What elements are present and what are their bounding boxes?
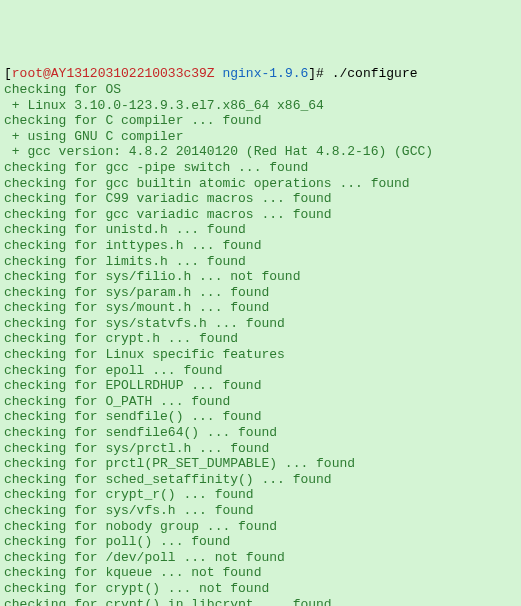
terminal-output-line: checking for gcc builtin atomic operatio… [4,176,517,192]
terminal-output-line: checking for sendfile() ... found [4,409,517,425]
terminal-output-line: checking for Linux specific features [4,347,517,363]
terminal-output-line: checking for O_PATH ... found [4,394,517,410]
terminal-output-line: checking for OS [4,82,517,98]
terminal-prompt-line: [root@AY131203102210033c39Z nginx-1.9.6]… [4,66,517,82]
terminal-output-line: checking for EPOLLRDHUP ... found [4,378,517,394]
terminal-output-line: checking for sys/param.h ... found [4,285,517,301]
terminal-output-line: checking for crypt.h ... found [4,331,517,347]
prompt-close-bracket: ]# [308,66,331,81]
terminal-output-line: checking for crypt() ... not found [4,581,517,597]
terminal-output-line: checking for poll() ... found [4,534,517,550]
terminal-output-line: checking for sys/statvfs.h ... found [4,316,517,332]
terminal-output-line: + gcc version: 4.8.2 20140120 (Red Hat 4… [4,144,517,160]
terminal-output-line: checking for sched_setaffinity() ... fou… [4,472,517,488]
terminal-output-line: checking for sys/filio.h ... not found [4,269,517,285]
terminal-output-line: checking for limits.h ... found [4,254,517,270]
terminal-output-line: + Linux 3.10.0-123.9.3.el7.x86_64 x86_64 [4,98,517,114]
terminal-output-line: checking for gcc -pipe switch ... found [4,160,517,176]
terminal-output-line: checking for sys/mount.h ... found [4,300,517,316]
terminal-output-line: checking for kqueue ... not found [4,565,517,581]
terminal-output-line: checking for unistd.h ... found [4,222,517,238]
prompt-open-bracket: [ [4,66,12,81]
terminal-output-line: checking for inttypes.h ... found [4,238,517,254]
terminal-output-line: checking for crypt_r() ... found [4,487,517,503]
prompt-user-host: root@AY131203102210033c39Z [12,66,215,81]
terminal-output: checking for OS + Linux 3.10.0-123.9.3.e… [4,82,517,606]
terminal-output-line: checking for sendfile64() ... found [4,425,517,441]
terminal-output-line: checking for sys/vfs.h ... found [4,503,517,519]
terminal-output-line: checking for gcc variadic macros ... fou… [4,207,517,223]
terminal-output-line: checking for prctl(PR_SET_DUMPABLE) ... … [4,456,517,472]
terminal-output-line: checking for /dev/poll ... not found [4,550,517,566]
prompt-command[interactable]: ./configure [332,66,418,81]
prompt-path: nginx-1.9.6 [222,66,308,81]
terminal-output-line: checking for crypt() in libcrypt ... fou… [4,597,517,606]
terminal-output-line: checking for nobody group ... found [4,519,517,535]
terminal-output-line: checking for C99 variadic macros ... fou… [4,191,517,207]
terminal-output-line: checking for sys/prctl.h ... found [4,441,517,457]
terminal-output-line: + using GNU C compiler [4,129,517,145]
terminal-output-line: checking for epoll ... found [4,363,517,379]
terminal-output-line: checking for C compiler ... found [4,113,517,129]
